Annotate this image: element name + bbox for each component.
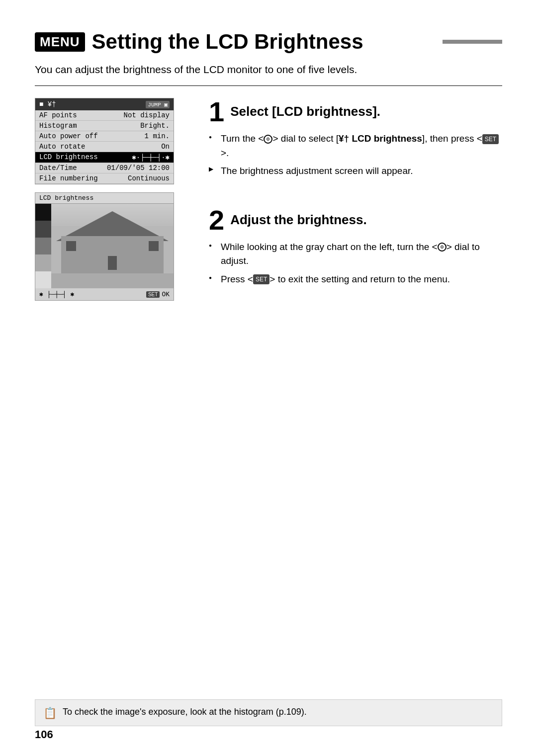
- right-column: 1 Select [LCD brightness]. Turn the <⚙> …: [209, 98, 502, 304]
- gray-step-5: [35, 271, 51, 288]
- left-column: ■ ¥† JUMP ▣ AF points Not display Histog…: [35, 98, 194, 304]
- step-1-bullet-2-text: The brightness adjustment screen will ap…: [221, 166, 413, 176]
- histogram-value: Bright.: [140, 122, 170, 130]
- step-2-bullet-2: Press <SET> to exit the setting and retu…: [209, 272, 502, 287]
- step-2-bullets: While looking at the gray chart on the l…: [209, 240, 502, 287]
- menu-badge: MENU: [35, 32, 85, 52]
- step-2-bullet-2-text: Press <SET> to exit the setting and retu…: [221, 274, 450, 284]
- auto-power-value: 1 min.: [145, 132, 170, 140]
- note-box: 📋 To check the image's exposure, look at…: [35, 699, 502, 726]
- lcd-row-auto-power: Auto power off 1 min.: [35, 131, 174, 142]
- lcd-row-af-points: AF points Not display: [35, 110, 174, 121]
- step-2-block: 2 Adjust the brightness. While looking a…: [209, 196, 502, 287]
- auto-rotate-value: On: [161, 143, 170, 151]
- window-1: [66, 241, 76, 251]
- lcd-brightness-header: LCD brightness: [35, 193, 174, 204]
- dial-icon-1: ⚙: [264, 135, 272, 144]
- window-2: [149, 241, 159, 251]
- lcd-menu-header: ■ ¥† JUMP ▣: [35, 98, 174, 110]
- gray-step-2: [35, 221, 51, 238]
- page: MENU Setting the LCD Brightness You can …: [0, 0, 537, 756]
- lcd-brightness-screen: LCD brightness: [35, 192, 174, 301]
- step-1-bullet-1: Turn the <⚙> dial to select [¥† LCD brig…: [209, 132, 502, 160]
- set-badge-inline-2: SET: [253, 274, 269, 284]
- datetime-label: Date/Time: [39, 164, 103, 172]
- set-badge-inline-1: SET: [482, 134, 499, 144]
- file-numbering-value: Continuous: [128, 174, 170, 182]
- title-rule-decoration: [443, 40, 502, 44]
- lcd-menu-header-icon: ■ ¥†: [39, 100, 56, 108]
- step-2-header: 2 Adjust the brightness.: [209, 206, 502, 234]
- building-body: [61, 236, 164, 273]
- lcd-menu-screenshot: ■ ¥† JUMP ▣ AF points Not display Histog…: [35, 98, 174, 184]
- step-1-bullets: Turn the <⚙> dial to select [¥† LCD brig…: [209, 132, 502, 178]
- gray-step-1: [35, 204, 51, 221]
- step-1-block: 1 Select [LCD brightness]. Turn the <⚙> …: [209, 98, 502, 178]
- step-2-number: 2: [209, 206, 224, 234]
- histogram-label: Histogram: [39, 122, 136, 130]
- gray-gradient-strip: [35, 204, 51, 288]
- lcd-photo-area: [35, 204, 174, 288]
- lcd-row-histogram: Histogram Bright.: [35, 121, 174, 131]
- lcd-row-auto-rotate: Auto rotate On: [35, 142, 174, 152]
- lcd-row-datetime: Date/Time 01/09/'05 12:00: [35, 163, 174, 173]
- brightness-label: LCD brightness: [39, 153, 128, 162]
- auto-rotate-label: Auto rotate: [39, 143, 157, 151]
- door: [108, 256, 117, 270]
- page-number: 106: [35, 728, 53, 741]
- lcd-brightness-label: LCD brightness: [39, 194, 93, 202]
- auto-power-label: Auto power off: [39, 132, 141, 140]
- lcd-bottom-bar: ✱ ├─┼─┤ ✱ SET OK: [35, 288, 174, 300]
- step-2-bullet-1-text: While looking at the gray chart on the l…: [221, 242, 480, 266]
- file-numbering-label: File numbering: [39, 174, 124, 182]
- gray-step-3: [35, 238, 51, 254]
- brightness-scale: ✱ ├─┼─┤ ✱: [39, 290, 74, 298]
- jump-badge: JUMP ▣: [146, 101, 170, 108]
- building-photo: [51, 204, 174, 288]
- divider: [35, 85, 502, 86]
- set-ok: SET OK: [146, 291, 170, 298]
- gray-step-4: [35, 254, 51, 271]
- lcd-row-brightness: LCD brightness ✱·├─┼─┤·✱: [35, 152, 174, 163]
- af-points-label: AF points: [39, 111, 120, 119]
- intro-text: You can adjust the brightness of the LCD…: [35, 64, 502, 76]
- ok-label: OK: [162, 291, 170, 298]
- step-2-bullet-1: While looking at the gray chart on the l…: [209, 240, 502, 268]
- datetime-value: 01/09/'05 12:00: [107, 164, 170, 172]
- step-1-number: 1: [209, 98, 224, 126]
- step-1-title: Select [LCD brightness].: [230, 98, 380, 119]
- page-title: Setting the LCD Brightness: [92, 30, 435, 54]
- title-bar: MENU Setting the LCD Brightness: [35, 30, 502, 54]
- note-text: To check the image's exposure, look at t…: [63, 706, 307, 718]
- steps-container: ■ ¥† JUMP ▣ AF points Not display Histog…: [35, 98, 502, 304]
- af-points-value: Not display: [124, 111, 170, 119]
- step-2-title: Adjust the brightness.: [230, 206, 366, 228]
- lcd-row-file-numbering: File numbering Continuous: [35, 173, 174, 184]
- step-1-bullet-2: The brightness adjustment screen will ap…: [209, 164, 502, 178]
- dial-icon-2: ⚙: [438, 243, 447, 252]
- ground: [51, 273, 174, 288]
- brightness-value: ✱·├─┼─┤·✱: [132, 153, 170, 162]
- note-icon: 📋: [43, 707, 57, 720]
- step-1-header: 1 Select [LCD brightness].: [209, 98, 502, 126]
- step-1-bullet-1-text: Turn the <⚙> dial to select [¥† LCD brig…: [221, 133, 499, 158]
- set-badge: SET: [146, 291, 160, 298]
